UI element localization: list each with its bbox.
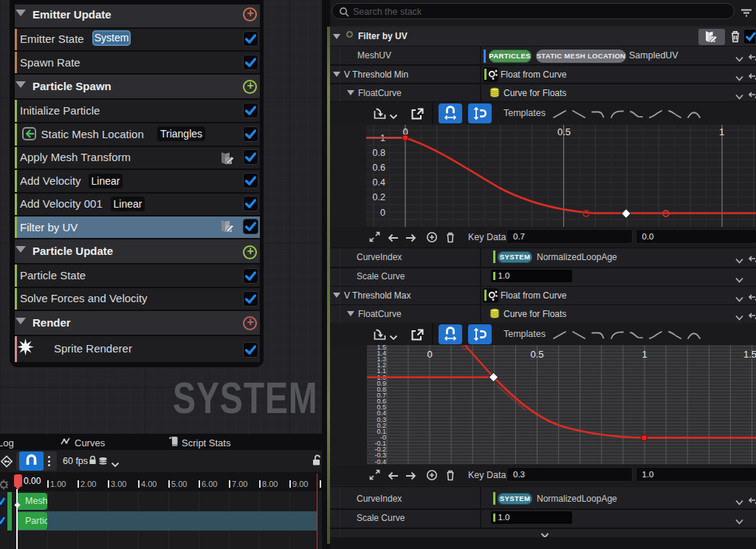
svg-text:1: 1 [642,349,647,360]
svg-text:0.4: 0.4 [373,177,385,188]
svg-text:1.5: 1.5 [743,349,756,360]
svg-text:-0.4: -0.4 [374,457,386,464]
svg-text:0.5: 0.5 [557,126,571,137]
svg-text:0: 0 [380,207,385,217]
svg-text:0: 0 [427,349,432,360]
svg-text:0.8: 0.8 [373,148,385,158]
svg-text:0.6: 0.6 [373,163,385,173]
svg-text:1: 1 [719,126,724,137]
svg-text:0.2: 0.2 [373,192,385,202]
svg-text:0.5: 0.5 [530,349,543,360]
